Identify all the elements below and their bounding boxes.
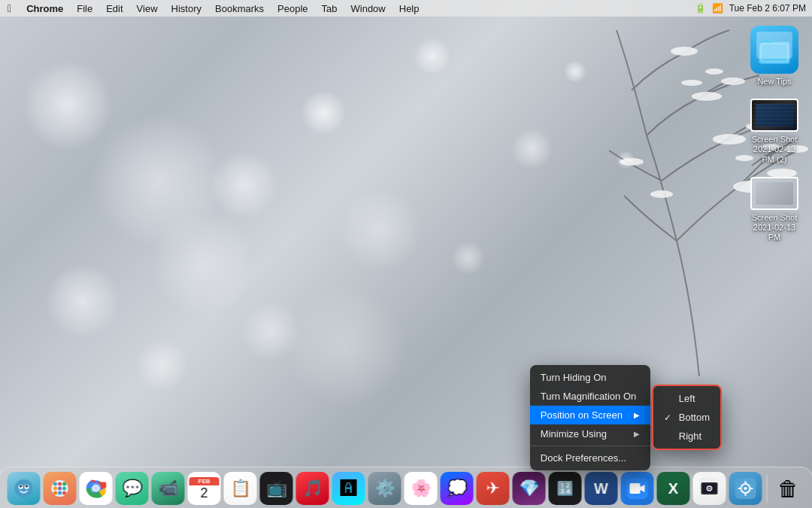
svg-point-29 xyxy=(62,487,66,491)
dock-icon-system-preferences[interactable]: ⚙️ xyxy=(368,472,401,505)
menu-wifi-icon: 📶 xyxy=(712,3,723,14)
dock-icon-chrome[interactable] xyxy=(80,472,113,505)
menu-datetime: Tue Feb 2 6:07 PM xyxy=(729,3,806,14)
svg-point-8 xyxy=(650,190,673,198)
dock-icon-word[interactable]: W xyxy=(585,472,618,505)
menu-people[interactable]: People xyxy=(276,3,309,14)
menu-window[interactable]: Window xyxy=(350,3,387,14)
new-tips-label: New Tips xyxy=(757,77,791,87)
screenshot2-thumb xyxy=(750,177,798,210)
svg-point-25 xyxy=(58,482,62,486)
dock-icon-music[interactable]: 🎵 xyxy=(296,472,329,505)
dock-separator xyxy=(767,475,768,502)
bottom-checkmark: ✓ xyxy=(664,412,674,423)
apple-menu[interactable]:  xyxy=(6,2,13,14)
svg-point-12 xyxy=(681,80,702,86)
desktop-icon-screenshot1[interactable]: Screen Shot 2021-02-13 PM (2) xyxy=(744,96,804,168)
context-menu-item-minimize-using[interactable]: Minimize Using ▶ xyxy=(530,424,650,443)
desktop-icon-new-tips[interactable]: New Tips xyxy=(744,23,804,90)
menu-chrome[interactable]: Chrome xyxy=(25,3,65,14)
dock-icon-launchpad[interactable] xyxy=(44,472,77,505)
dock-icon-excel[interactable]: X xyxy=(657,472,690,505)
svg-point-27 xyxy=(53,487,57,491)
dock-icon-screen-recorder[interactable] xyxy=(693,472,726,505)
dock-icon-appstore[interactable]: 🅰 xyxy=(332,472,365,505)
svg-point-22 xyxy=(26,485,28,488)
menu-bookmarks[interactable]: Bookmarks xyxy=(214,3,265,14)
menu-edit[interactable]: Edit xyxy=(105,3,124,14)
dock-icon-appletv[interactable]: 📺 xyxy=(260,472,293,505)
screenshot2-label: Screen Shot 2021-02-13 PM xyxy=(747,213,801,243)
screenshot1-label: Screen Shot 2021-02-13 PM (2) xyxy=(747,135,801,165)
svg-point-28 xyxy=(58,487,62,491)
menubar-left:  Chrome File Edit View History Bookmark… xyxy=(6,2,421,14)
desktop:  Chrome File Edit View History Bookmark… xyxy=(0,0,812,508)
submenu-arrow-position: ▶ xyxy=(634,411,640,419)
svg-point-13 xyxy=(705,68,723,75)
menu-history[interactable]: History xyxy=(170,3,203,14)
dock: 💬 📹 FEB 2 📋 📺 🎵 🅰 ⚙️ xyxy=(0,467,812,508)
desktop-icons: New Tips Screen Shot 2021-02-13 PM (2) S… xyxy=(744,23,804,245)
menu-help[interactable]: Help xyxy=(398,3,421,14)
dock-icon-calendar[interactable]: FEB 2 xyxy=(188,472,221,505)
desktop-icon-screenshot2[interactable]: Screen Shot 2021-02-13 PM xyxy=(744,174,804,246)
svg-rect-15 xyxy=(759,40,774,44)
dock-icon-calculator[interactable]: 🔢 xyxy=(549,472,582,505)
dock-icon-slack[interactable]: 💎 xyxy=(513,472,546,505)
menubar:  Chrome File Edit View History Bookmark… xyxy=(0,0,812,17)
context-menu-item-position-on-screen[interactable]: Position on Screen ▶ xyxy=(530,406,650,424)
submenu-item-right[interactable]: Right xyxy=(653,427,720,446)
svg-point-43 xyxy=(709,488,710,489)
dock-icon-reminders[interactable]: 📋 xyxy=(224,472,257,505)
menu-battery-icon: 🔋 xyxy=(695,3,706,14)
new-tips-folder-icon xyxy=(750,26,798,74)
dock-icon-facetime[interactable]: 📹 xyxy=(152,472,185,505)
submenu-item-left[interactable]: Left xyxy=(653,389,720,408)
svg-point-26 xyxy=(62,482,66,486)
dock-icon-system-prefs-2[interactable] xyxy=(729,472,762,505)
svg-point-31 xyxy=(58,491,62,495)
svg-point-2 xyxy=(713,134,746,144)
context-menu: Turn Hiding On Turn Magnification On Pos… xyxy=(530,365,722,470)
dock-icon-photos[interactable]: 🌸 xyxy=(404,472,438,505)
svg-point-24 xyxy=(53,482,57,486)
svg-point-4 xyxy=(692,92,722,101)
menubar-right: 🔋 📶 Tue Feb 2 6:07 PM xyxy=(695,3,806,14)
menu-view[interactable]: View xyxy=(135,3,159,14)
context-menu-divider xyxy=(530,446,650,446)
svg-point-37 xyxy=(93,486,98,491)
context-menu-item-turn-magnification-on[interactable]: Turn Magnification On xyxy=(530,387,650,406)
dock-context-menu: Turn Hiding On Turn Magnification On Pos… xyxy=(530,365,650,470)
dock-icon-trash[interactable]: 🗑 xyxy=(772,472,805,505)
svg-point-32 xyxy=(62,491,66,495)
svg-point-18 xyxy=(15,479,33,497)
svg-point-30 xyxy=(53,491,57,495)
dock-icon-zoom[interactable] xyxy=(621,472,654,505)
svg-point-5 xyxy=(721,78,745,85)
svg-point-9 xyxy=(620,158,644,166)
context-menu-item-turn-hiding-on[interactable]: Turn Hiding On xyxy=(530,368,650,387)
svg-point-21 xyxy=(20,485,22,488)
svg-point-46 xyxy=(744,487,747,490)
position-submenu: Left ✓ Bottom Right xyxy=(652,385,722,450)
screenshot1-thumb xyxy=(750,99,798,132)
submenu-arrow-minimize: ▶ xyxy=(634,430,640,438)
dock-icon-messenger[interactable]: 💭 xyxy=(441,472,474,505)
menu-tab[interactable]: Tab xyxy=(320,3,339,14)
dock-icon-airmail[interactable]: ✈ xyxy=(477,472,510,505)
context-menu-item-dock-preferences[interactable]: Dock Preferences... xyxy=(530,449,650,467)
dock-icon-finder[interactable] xyxy=(8,472,41,505)
svg-rect-17 xyxy=(762,44,787,61)
dock-icon-messages[interactable]: 💬 xyxy=(116,472,149,505)
menu-file[interactable]: File xyxy=(75,3,94,14)
svg-point-6 xyxy=(671,47,698,56)
submenu-item-bottom[interactable]: ✓ Bottom xyxy=(653,408,720,427)
